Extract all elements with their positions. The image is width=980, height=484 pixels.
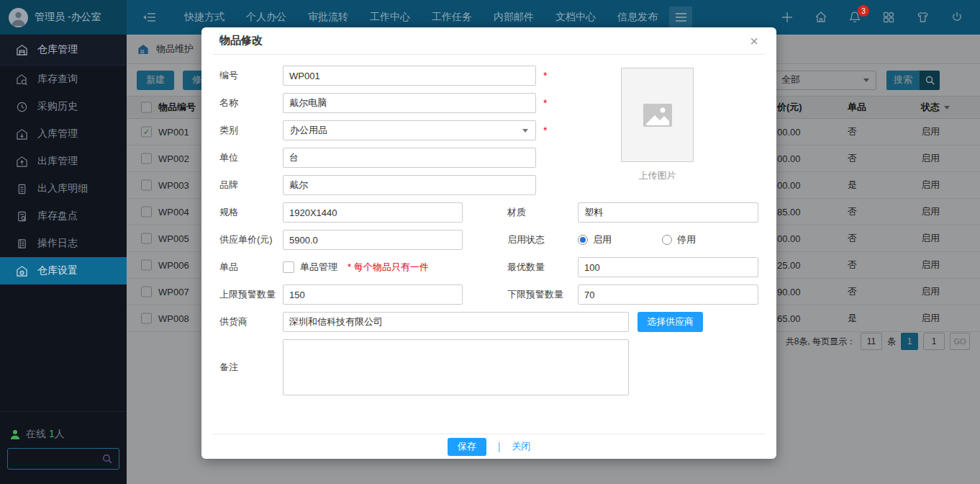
menu-item-internal-mail[interactable]: 内部邮件 [494, 11, 534, 24]
optimal-field[interactable] [578, 257, 758, 277]
online-count: 1 [49, 428, 55, 439]
notifications-button[interactable]: 3 [848, 10, 862, 24]
notification-badge: 3 [858, 5, 869, 17]
single-checkbox-label[interactable]: 单品管理 [300, 261, 337, 274]
enable-radio[interactable] [578, 235, 588, 245]
remark-label: 备注 [219, 361, 283, 374]
supplier-label: 供货商 [219, 315, 283, 328]
log-icon [16, 238, 28, 250]
dialog-footer: 保存 | 关闭 [213, 434, 765, 459]
sidebar: 仓库管理 库存查询 采购历史 入库管理 出库管理 出入库明细 库存盘点 [0, 35, 127, 484]
more-menu-button[interactable] [669, 6, 692, 28]
outbound-icon [16, 156, 28, 168]
single-checkbox[interactable] [283, 261, 294, 273]
navbar-user-section: 管理员 -办公室 [0, 0, 127, 35]
online-unit: 人 [55, 428, 65, 439]
close-icon[interactable]: × [750, 34, 758, 48]
material-field[interactable] [578, 202, 758, 223]
menu-item-approval-flow[interactable]: 审批流转 [308, 11, 348, 24]
spec-label: 规格 [219, 206, 283, 219]
field-row-remark: 备注 [219, 339, 758, 395]
category-select[interactable]: 办公用品 [283, 120, 536, 140]
brand-label: 品牌 [219, 179, 283, 192]
sidebar-item-inout-detail[interactable]: 出入库明细 [0, 175, 127, 202]
upper-limit-label: 上限预警数量 [219, 288, 283, 301]
online-label: 在线 [26, 428, 46, 439]
chevron-down-icon [522, 129, 528, 133]
field-row-spec-material: 规格 材质 [219, 202, 758, 223]
menu-item-work-center[interactable]: 工作中心 [370, 11, 410, 24]
remark-field[interactable] [283, 339, 629, 395]
single-label: 单品 [219, 261, 283, 274]
unit-label: 单位 [219, 151, 283, 164]
material-label: 材质 [507, 206, 578, 219]
footer-separator: | [498, 441, 501, 452]
upper-limit-field[interactable] [283, 284, 463, 305]
close-button[interactable]: 关闭 [512, 440, 530, 453]
power-icon[interactable] [950, 10, 964, 24]
person-icon [9, 8, 28, 27]
image-placeholder-icon [640, 98, 675, 133]
inbound-icon [16, 128, 28, 140]
required-mark: * [543, 97, 547, 109]
enable-radio-label[interactable]: 启用 [593, 233, 612, 246]
disable-radio[interactable] [662, 235, 672, 245]
required-mark: * [543, 125, 547, 136]
name-field[interactable] [283, 93, 536, 113]
sidebar-search-box[interactable] [7, 448, 119, 470]
sidebar-item-operation-log[interactable]: 操作日志 [0, 230, 127, 257]
sidebar-item-outbound-mgmt[interactable]: 出库管理 [0, 148, 127, 175]
warehouse-icon [16, 44, 28, 56]
plus-icon[interactable] [780, 10, 794, 24]
home-icon[interactable] [814, 10, 828, 24]
field-row-supplier: 供货商 选择供应商 [219, 312, 758, 332]
sidebar-item-label: 仓库设置 [37, 264, 78, 277]
price-label: 供应单价(元) [219, 233, 283, 246]
disable-radio-label[interactable]: 停用 [677, 233, 696, 246]
brand-field[interactable] [283, 175, 536, 195]
sidebar-item-inbound-mgmt[interactable]: 入库管理 [0, 120, 127, 148]
upload-image-button[interactable] [621, 68, 694, 162]
detail-doc-icon [16, 183, 28, 195]
online-status: 在线 1人 [10, 428, 65, 441]
save-button[interactable]: 保存 [448, 438, 486, 456]
code-field[interactable] [283, 66, 536, 86]
apps-icon[interactable] [881, 10, 896, 24]
more-menu-icon [675, 12, 687, 22]
required-mark: * [543, 70, 547, 81]
menu-item-personal-office[interactable]: 个人办公 [246, 11, 286, 24]
stocktake-icon [16, 210, 28, 223]
sidebar-item-purchase-history[interactable]: 采购历史 [0, 93, 127, 120]
lower-limit-field[interactable] [578, 284, 758, 305]
sidebar-footer: 在线 1人 [0, 411, 127, 484]
category-label: 类别 [219, 124, 283, 137]
sidebar-item-label: 出库管理 [37, 155, 78, 168]
dialog-title: 物品修改 [219, 34, 263, 48]
image-upload: 上传图片 [621, 68, 694, 182]
sidebar-item-label: 采购历史 [37, 100, 78, 113]
code-label: 编号 [219, 69, 283, 82]
online-person-icon [10, 429, 20, 440]
warehouse-settings-icon [16, 265, 28, 277]
search-icon[interactable] [101, 453, 113, 465]
choose-supplier-button[interactable]: 选择供应商 [638, 312, 703, 332]
menu-item-work-tasks[interactable]: 工作任务 [432, 11, 472, 24]
sidebar-search-input[interactable] [8, 454, 101, 465]
price-field[interactable] [283, 230, 463, 250]
supplier-field[interactable] [283, 312, 629, 332]
spec-field[interactable] [283, 202, 463, 223]
menu-item-shortcuts[interactable]: 快捷方式 [184, 11, 224, 24]
sidebar-item-stocktake[interactable]: 库存盘点 [0, 202, 127, 230]
sidebar-item-warehouse-settings[interactable]: 仓库设置 [0, 257, 127, 284]
menu-item-info-publish[interactable]: 信息发布 [617, 11, 658, 24]
navbar-action-icons: 3 [780, 10, 964, 24]
menu-item-document-center[interactable]: 文档中心 [555, 11, 596, 24]
user-avatar[interactable] [9, 8, 28, 27]
category-selected-value: 办公用品 [290, 124, 327, 137]
field-row-price-status: 供应单价(元) 启用状态 启用 停用 [219, 230, 758, 250]
collapse-menu-icon[interactable] [141, 10, 158, 24]
sidebar-item-warehouse-mgmt[interactable]: 仓库管理 [0, 35, 127, 66]
sidebar-item-stock-query[interactable]: 库存查询 [0, 66, 127, 93]
theme-shirt-icon[interactable] [915, 10, 930, 24]
unit-field[interactable] [283, 148, 536, 168]
